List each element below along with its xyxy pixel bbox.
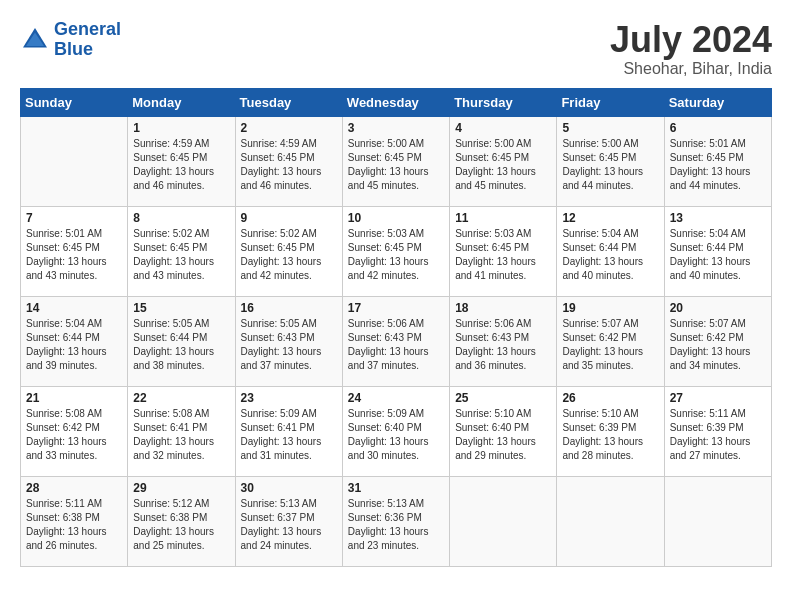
weekday-header: Tuesday bbox=[235, 88, 342, 116]
calendar-cell: 27Sunrise: 5:11 AMSunset: 6:39 PMDayligh… bbox=[664, 386, 771, 476]
day-info: Sunrise: 5:12 AMSunset: 6:38 PMDaylight:… bbox=[133, 497, 229, 553]
day-number: 26 bbox=[562, 391, 658, 405]
day-number: 28 bbox=[26, 481, 122, 495]
logo-text: General Blue bbox=[54, 20, 121, 60]
day-number: 25 bbox=[455, 391, 551, 405]
day-info: Sunrise: 5:04 AMSunset: 6:44 PMDaylight:… bbox=[26, 317, 122, 373]
calendar-cell bbox=[21, 116, 128, 206]
calendar-cell: 23Sunrise: 5:09 AMSunset: 6:41 PMDayligh… bbox=[235, 386, 342, 476]
day-info: Sunrise: 5:04 AMSunset: 6:44 PMDaylight:… bbox=[670, 227, 766, 283]
day-number: 1 bbox=[133, 121, 229, 135]
logo-line1: General bbox=[54, 19, 121, 39]
day-number: 24 bbox=[348, 391, 444, 405]
calendar-cell: 25Sunrise: 5:10 AMSunset: 6:40 PMDayligh… bbox=[450, 386, 557, 476]
day-number: 7 bbox=[26, 211, 122, 225]
day-number: 18 bbox=[455, 301, 551, 315]
day-number: 17 bbox=[348, 301, 444, 315]
calendar-cell: 3Sunrise: 5:00 AMSunset: 6:45 PMDaylight… bbox=[342, 116, 449, 206]
day-info: Sunrise: 5:07 AMSunset: 6:42 PMDaylight:… bbox=[562, 317, 658, 373]
day-info: Sunrise: 4:59 AMSunset: 6:45 PMDaylight:… bbox=[241, 137, 337, 193]
day-info: Sunrise: 5:10 AMSunset: 6:40 PMDaylight:… bbox=[455, 407, 551, 463]
day-number: 14 bbox=[26, 301, 122, 315]
calendar-cell: 1Sunrise: 4:59 AMSunset: 6:45 PMDaylight… bbox=[128, 116, 235, 206]
day-info: Sunrise: 5:13 AMSunset: 6:37 PMDaylight:… bbox=[241, 497, 337, 553]
day-number: 9 bbox=[241, 211, 337, 225]
day-info: Sunrise: 5:02 AMSunset: 6:45 PMDaylight:… bbox=[241, 227, 337, 283]
day-number: 19 bbox=[562, 301, 658, 315]
day-info: Sunrise: 5:05 AMSunset: 6:43 PMDaylight:… bbox=[241, 317, 337, 373]
day-info: Sunrise: 5:13 AMSunset: 6:36 PMDaylight:… bbox=[348, 497, 444, 553]
day-number: 5 bbox=[562, 121, 658, 135]
calendar-cell: 14Sunrise: 5:04 AMSunset: 6:44 PMDayligh… bbox=[21, 296, 128, 386]
calendar-cell: 5Sunrise: 5:00 AMSunset: 6:45 PMDaylight… bbox=[557, 116, 664, 206]
day-number: 2 bbox=[241, 121, 337, 135]
calendar-cell: 21Sunrise: 5:08 AMSunset: 6:42 PMDayligh… bbox=[21, 386, 128, 476]
day-info: Sunrise: 5:05 AMSunset: 6:44 PMDaylight:… bbox=[133, 317, 229, 373]
day-info: Sunrise: 5:00 AMSunset: 6:45 PMDaylight:… bbox=[348, 137, 444, 193]
calendar-cell: 6Sunrise: 5:01 AMSunset: 6:45 PMDaylight… bbox=[664, 116, 771, 206]
day-info: Sunrise: 5:02 AMSunset: 6:45 PMDaylight:… bbox=[133, 227, 229, 283]
calendar-cell: 13Sunrise: 5:04 AMSunset: 6:44 PMDayligh… bbox=[664, 206, 771, 296]
weekday-header: Saturday bbox=[664, 88, 771, 116]
calendar-cell: 4Sunrise: 5:00 AMSunset: 6:45 PMDaylight… bbox=[450, 116, 557, 206]
day-number: 20 bbox=[670, 301, 766, 315]
day-info: Sunrise: 5:00 AMSunset: 6:45 PMDaylight:… bbox=[455, 137, 551, 193]
day-number: 10 bbox=[348, 211, 444, 225]
day-info: Sunrise: 5:09 AMSunset: 6:40 PMDaylight:… bbox=[348, 407, 444, 463]
calendar-cell: 29Sunrise: 5:12 AMSunset: 6:38 PMDayligh… bbox=[128, 476, 235, 566]
day-number: 23 bbox=[241, 391, 337, 405]
day-info: Sunrise: 5:08 AMSunset: 6:42 PMDaylight:… bbox=[26, 407, 122, 463]
day-number: 21 bbox=[26, 391, 122, 405]
calendar-cell: 10Sunrise: 5:03 AMSunset: 6:45 PMDayligh… bbox=[342, 206, 449, 296]
title-block: July 2024 Sheohar, Bihar, India bbox=[610, 20, 772, 78]
calendar-week-row: 14Sunrise: 5:04 AMSunset: 6:44 PMDayligh… bbox=[21, 296, 772, 386]
logo: General Blue bbox=[20, 20, 121, 60]
logo-line2: Blue bbox=[54, 39, 93, 59]
calendar-cell: 2Sunrise: 4:59 AMSunset: 6:45 PMDaylight… bbox=[235, 116, 342, 206]
day-info: Sunrise: 5:11 AMSunset: 6:39 PMDaylight:… bbox=[670, 407, 766, 463]
day-info: Sunrise: 5:07 AMSunset: 6:42 PMDaylight:… bbox=[670, 317, 766, 373]
day-info: Sunrise: 5:00 AMSunset: 6:45 PMDaylight:… bbox=[562, 137, 658, 193]
calendar-body: 1Sunrise: 4:59 AMSunset: 6:45 PMDaylight… bbox=[21, 116, 772, 566]
calendar-cell: 19Sunrise: 5:07 AMSunset: 6:42 PMDayligh… bbox=[557, 296, 664, 386]
weekday-header: Sunday bbox=[21, 88, 128, 116]
day-number: 6 bbox=[670, 121, 766, 135]
day-number: 11 bbox=[455, 211, 551, 225]
logo-icon bbox=[20, 25, 50, 55]
day-number: 3 bbox=[348, 121, 444, 135]
day-number: 30 bbox=[241, 481, 337, 495]
day-info: Sunrise: 5:01 AMSunset: 6:45 PMDaylight:… bbox=[670, 137, 766, 193]
calendar-cell: 30Sunrise: 5:13 AMSunset: 6:37 PMDayligh… bbox=[235, 476, 342, 566]
day-info: Sunrise: 5:01 AMSunset: 6:45 PMDaylight:… bbox=[26, 227, 122, 283]
calendar-table: SundayMondayTuesdayWednesdayThursdayFrid… bbox=[20, 88, 772, 567]
calendar-week-row: 1Sunrise: 4:59 AMSunset: 6:45 PMDaylight… bbox=[21, 116, 772, 206]
calendar-cell: 24Sunrise: 5:09 AMSunset: 6:40 PMDayligh… bbox=[342, 386, 449, 476]
day-number: 12 bbox=[562, 211, 658, 225]
day-number: 13 bbox=[670, 211, 766, 225]
day-info: Sunrise: 5:09 AMSunset: 6:41 PMDaylight:… bbox=[241, 407, 337, 463]
calendar-week-row: 7Sunrise: 5:01 AMSunset: 6:45 PMDaylight… bbox=[21, 206, 772, 296]
page-header: General Blue July 2024 Sheohar, Bihar, I… bbox=[20, 20, 772, 78]
calendar-cell bbox=[557, 476, 664, 566]
day-info: Sunrise: 5:06 AMSunset: 6:43 PMDaylight:… bbox=[348, 317, 444, 373]
day-info: Sunrise: 5:08 AMSunset: 6:41 PMDaylight:… bbox=[133, 407, 229, 463]
calendar-cell: 9Sunrise: 5:02 AMSunset: 6:45 PMDaylight… bbox=[235, 206, 342, 296]
day-info: Sunrise: 5:06 AMSunset: 6:43 PMDaylight:… bbox=[455, 317, 551, 373]
calendar-cell bbox=[664, 476, 771, 566]
day-number: 31 bbox=[348, 481, 444, 495]
weekday-header: Friday bbox=[557, 88, 664, 116]
day-number: 15 bbox=[133, 301, 229, 315]
weekday-header: Monday bbox=[128, 88, 235, 116]
weekday-header: Wednesday bbox=[342, 88, 449, 116]
day-info: Sunrise: 5:03 AMSunset: 6:45 PMDaylight:… bbox=[455, 227, 551, 283]
weekday-header: Thursday bbox=[450, 88, 557, 116]
calendar-cell: 7Sunrise: 5:01 AMSunset: 6:45 PMDaylight… bbox=[21, 206, 128, 296]
calendar-cell: 28Sunrise: 5:11 AMSunset: 6:38 PMDayligh… bbox=[21, 476, 128, 566]
day-info: Sunrise: 4:59 AMSunset: 6:45 PMDaylight:… bbox=[133, 137, 229, 193]
calendar-cell: 22Sunrise: 5:08 AMSunset: 6:41 PMDayligh… bbox=[128, 386, 235, 476]
calendar-week-row: 21Sunrise: 5:08 AMSunset: 6:42 PMDayligh… bbox=[21, 386, 772, 476]
day-info: Sunrise: 5:10 AMSunset: 6:39 PMDaylight:… bbox=[562, 407, 658, 463]
day-number: 16 bbox=[241, 301, 337, 315]
day-info: Sunrise: 5:03 AMSunset: 6:45 PMDaylight:… bbox=[348, 227, 444, 283]
calendar-cell: 20Sunrise: 5:07 AMSunset: 6:42 PMDayligh… bbox=[664, 296, 771, 386]
